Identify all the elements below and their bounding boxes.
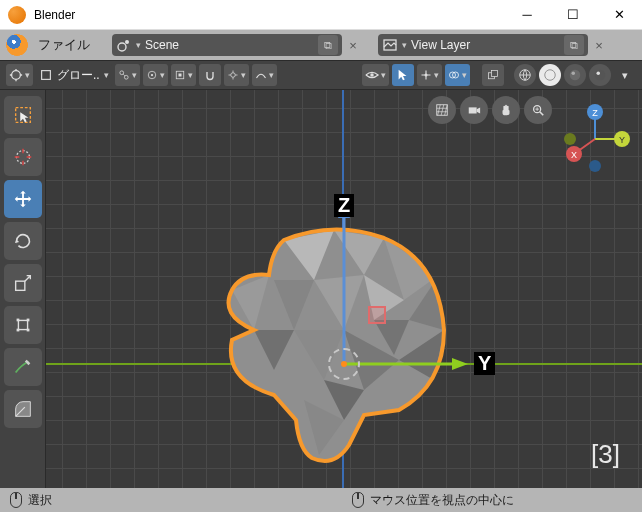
svg-point-0: [118, 43, 126, 51]
svg-text:Z: Z: [592, 108, 598, 118]
tool-move[interactable]: [4, 180, 42, 218]
orientation-dropdown[interactable]: ▾: [143, 64, 168, 86]
tool-sidebar: [0, 90, 46, 488]
status-bar: 選択 マウス位置を視点の中心に: [0, 488, 642, 512]
svg-rect-30: [17, 329, 20, 332]
shading-wireframe-button[interactable]: [514, 64, 536, 86]
viewlayer-selector[interactable]: ▾ View Layer ⧉: [378, 34, 588, 56]
blender-logo-icon[interactable]: [6, 34, 28, 56]
view-index-label: [3]: [591, 439, 620, 470]
svg-point-11: [230, 73, 235, 78]
tool-annotate[interactable]: [4, 348, 42, 386]
tool-rotate[interactable]: [4, 222, 42, 260]
svg-text:X: X: [571, 150, 577, 160]
shading-material-button[interactable]: [564, 64, 586, 86]
snap-dropdown[interactable]: ▾: [171, 64, 196, 86]
viewport-pan-button[interactable]: [492, 96, 520, 124]
tool-scale[interactable]: [4, 264, 42, 302]
shading-solid-button[interactable]: [539, 64, 561, 86]
svg-rect-27: [18, 320, 27, 329]
scene-delete-button[interactable]: ×: [346, 38, 360, 53]
editor-type-dropdown[interactable]: ▾: [6, 64, 33, 86]
svg-point-3: [12, 71, 21, 80]
chevron-down-icon: ▾: [104, 70, 109, 80]
cursor-3d[interactable]: [328, 348, 360, 380]
window-minimize-button[interactable]: ─: [504, 0, 550, 30]
image-icon: [382, 37, 398, 53]
snap-toggle[interactable]: [199, 64, 221, 86]
window-title: Blender: [34, 8, 504, 22]
chevron-down-icon: ▾: [402, 40, 407, 50]
snap-target-dropdown[interactable]: ▾: [224, 64, 249, 86]
window-close-button[interactable]: ✕: [596, 0, 642, 30]
scene-icon: [116, 37, 132, 53]
svg-rect-17: [492, 71, 498, 77]
svg-rect-26: [16, 281, 25, 290]
tool-select-box[interactable]: [4, 96, 42, 134]
viewport-header: ▾ グロー.. ▾ ▾ ▾ ▾ ▾ ▾ ▾ ▾ ▾: [0, 60, 642, 90]
chevron-down-icon: ▾: [25, 70, 30, 80]
blender-app-icon: [8, 6, 26, 24]
gizmo-dropdown[interactable]: ▾: [417, 64, 442, 86]
status-right-text: マウス位置を視点の中心に: [370, 492, 514, 509]
visibility-dropdown[interactable]: ▾: [362, 64, 389, 86]
svg-point-23: [597, 72, 601, 76]
svg-point-19: [545, 70, 556, 81]
tool-transform[interactable]: [4, 306, 42, 344]
shading-rendered-button[interactable]: [589, 64, 611, 86]
svg-point-7: [151, 74, 153, 76]
status-left-text: 選択: [28, 492, 52, 509]
viewlayer-delete-button[interactable]: ×: [592, 38, 606, 53]
svg-marker-54: [477, 107, 481, 113]
svg-text:Y: Y: [619, 135, 625, 145]
top-menubar: ファイル ▾ Scene ⧉ × ▾ View Layer ⧉ ×: [0, 30, 642, 60]
scene-copy-button[interactable]: ⧉: [318, 35, 338, 55]
proportional-edit-dropdown[interactable]: ▾: [252, 64, 277, 86]
svg-marker-51: [452, 358, 468, 370]
mode-label: グロー..: [55, 67, 102, 84]
xray-toggle[interactable]: [482, 64, 504, 86]
svg-point-21: [572, 72, 576, 76]
svg-point-12: [370, 73, 374, 77]
svg-rect-31: [27, 329, 30, 332]
navigation-gizmo[interactable]: Z Y X: [560, 104, 630, 174]
mouse-middle-icon: [352, 492, 364, 508]
select-toggle[interactable]: [392, 64, 414, 86]
scene-name: Scene: [145, 38, 314, 52]
chevron-down-icon: ▾: [136, 40, 141, 50]
axis-z-label: Z: [334, 194, 354, 217]
svg-point-60: [564, 133, 576, 145]
gizmo-y-arrow[interactable]: [344, 356, 468, 372]
pivot-dropdown[interactable]: ▾: [115, 64, 140, 86]
svg-point-20: [570, 70, 581, 81]
camera-object[interactable]: [368, 306, 386, 324]
menu-file[interactable]: ファイル: [32, 36, 96, 54]
window-titlebar: Blender ─ ☐ ✕: [0, 0, 642, 30]
svg-rect-28: [17, 319, 20, 322]
gizmo-z-arrow[interactable]: [336, 202, 352, 362]
mouse-left-icon: [10, 492, 22, 508]
svg-rect-4: [42, 71, 51, 80]
scene-selector[interactable]: ▾ Scene ⧉: [112, 34, 342, 56]
shading-options-dropdown[interactable]: ▾: [614, 64, 636, 86]
svg-point-5: [120, 71, 124, 75]
svg-rect-29: [27, 319, 30, 322]
mode-dropdown[interactable]: グロー.. ▾: [36, 64, 112, 86]
overlay-dropdown[interactable]: ▾: [445, 64, 470, 86]
viewport-grid-icon[interactable]: [428, 96, 456, 124]
viewlayer-copy-button[interactable]: ⧉: [564, 35, 584, 55]
svg-point-1: [125, 40, 129, 44]
svg-rect-10: [178, 74, 181, 77]
svg-point-6: [124, 75, 128, 79]
viewport-zoom-button[interactable]: [524, 96, 552, 124]
window-maximize-button[interactable]: ☐: [550, 0, 596, 30]
svg-rect-53: [469, 107, 477, 113]
viewport-3d[interactable]: Z Y Z Y X [3]: [46, 90, 642, 488]
viewport-camera-button[interactable]: [460, 96, 488, 124]
svg-point-22: [595, 70, 606, 81]
tool-measure[interactable]: [4, 390, 42, 428]
viewlayer-name: View Layer: [411, 38, 560, 52]
axis-y-label: Y: [474, 352, 495, 375]
svg-point-13: [425, 74, 428, 77]
tool-cursor[interactable]: [4, 138, 42, 176]
